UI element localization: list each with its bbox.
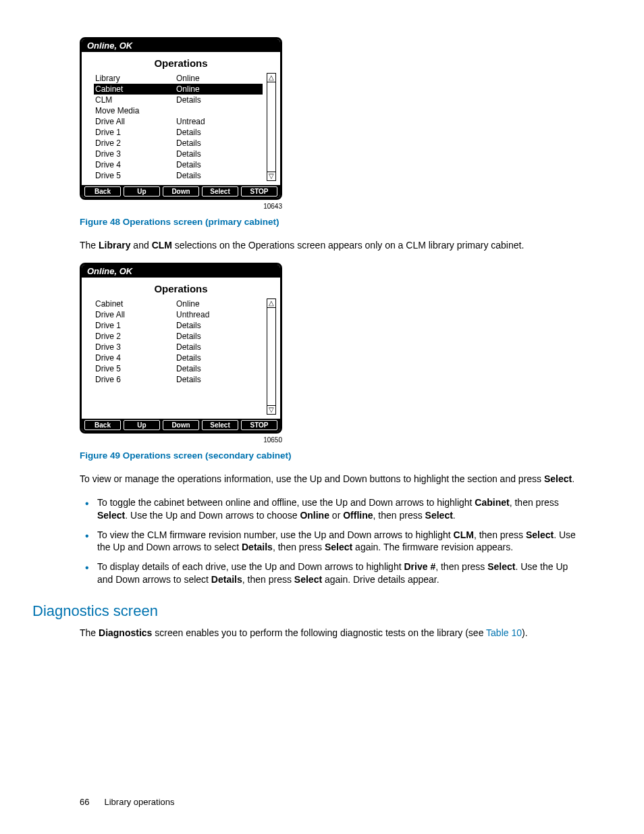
lcd-menu-row: Drive 6Details: [94, 374, 263, 385]
scroll-up-icon: △: [267, 73, 276, 82]
lcd-row-value: Details: [176, 353, 261, 363]
lcd-menu-row: Drive 4Details: [94, 159, 263, 170]
scroll-track: [267, 82, 276, 172]
lcd-row-label: Drive 2: [95, 331, 176, 342]
lcd-menu-row: Drive 2Details: [94, 138, 263, 149]
lcd-row-value: Details: [176, 320, 261, 331]
lcd-row-label: Cabinet: [95, 298, 176, 309]
lcd-menu-row: Drive 3Details: [94, 342, 263, 353]
lcd-row-label: Drive 2: [95, 138, 176, 149]
lcd-up-button: Up: [124, 420, 160, 430]
lcd-stop-button: STOP: [241, 186, 277, 197]
lcd-row-label: Drive 4: [95, 159, 176, 170]
lcd-row-value: Details: [176, 374, 261, 385]
lcd-select-button: Select: [202, 420, 238, 430]
lcd-row-value: Details: [176, 342, 261, 353]
lcd-title: Operations: [82, 278, 280, 298]
image-code: 10643: [80, 203, 282, 210]
lcd-down-button: Down: [163, 186, 199, 197]
text: selections on the Operations screen appe…: [172, 240, 524, 251]
lcd-row-value: Details: [176, 149, 261, 159]
text: .: [572, 473, 574, 484]
lcd-menu-row: Drive 1Details: [94, 320, 263, 331]
lcd-row-label: Drive 1: [95, 320, 176, 331]
lcd-title: Operations: [82, 52, 280, 73]
lcd-menu-row: Drive 5Details: [94, 363, 263, 374]
lcd-menu-row: Drive 5Details: [94, 170, 263, 181]
scroll-track: [267, 308, 276, 405]
page-footer: 66Library operations: [80, 797, 175, 807]
lcd-up-button: Up: [124, 186, 160, 197]
operations-screen-primary: Online, OK Operations LibraryOnlineCabin…: [80, 37, 282, 200]
list-item: To display details of each drive, use th…: [80, 561, 583, 586]
lcd-scrollbar: △ ▽: [267, 73, 276, 181]
lcd-row-value: Details: [176, 159, 261, 170]
bold-library: Library: [99, 240, 130, 251]
text: To view or manage the operations informa…: [80, 473, 544, 484]
lcd-menu-row: Move Media: [94, 105, 263, 116]
page-number: 66: [80, 797, 89, 807]
lcd-row-value: Details: [176, 95, 261, 105]
lcd-menu-row: Drive 1Details: [94, 127, 263, 138]
lcd-menu-row: CabinetOnline: [94, 84, 263, 95]
lcd-menu-row: LibraryOnline: [94, 73, 263, 84]
lcd-row-label: CLM: [95, 95, 176, 105]
lcd-row-value: Online: [176, 84, 261, 95]
text: ).: [522, 627, 528, 638]
lcd-body: LibraryOnlineCabinetOnlineCLMDetailsMove…: [82, 73, 280, 181]
figure-49-caption: Figure 49 Operations screen (secondary c…: [80, 450, 583, 461]
lcd-row-value: Unthread: [176, 309, 261, 320]
lcd-row-label: Library: [95, 73, 176, 84]
bold-select: Select: [544, 473, 572, 484]
lcd-row-value: Details: [176, 138, 261, 149]
lcd-menu-row: CabinetOnline: [94, 298, 263, 309]
bullet-list: To toggle the cabinet between online and…: [80, 496, 583, 586]
lcd-body: CabinetOnlineDrive AllUnthreadDrive 1Det…: [82, 298, 280, 415]
bold-clm: CLM: [152, 240, 172, 251]
paragraph-2: To view or manage the operations informa…: [80, 473, 583, 486]
lcd-row-value: Untread: [176, 116, 261, 127]
lcd-row-value: Details: [176, 331, 261, 342]
lcd-row-value: [176, 105, 261, 116]
lcd-row-label: Drive 3: [95, 342, 176, 353]
lcd-menu-row: Drive 3Details: [94, 149, 263, 159]
bold-diagnostics: Diagnostics: [99, 627, 152, 638]
lcd-row-label: Drive 5: [95, 170, 176, 181]
lcd-stop-button: STOP: [241, 420, 277, 430]
lcd-back-button: Back: [84, 420, 121, 430]
lcd-button-bar: BackUpDownSelectSTOP: [82, 185, 280, 198]
text: screen enables you to perform the follow…: [152, 627, 486, 638]
lcd-status: Online, OK: [82, 265, 280, 278]
operations-screen-secondary: Online, OK Operations CabinetOnlineDrive…: [80, 263, 282, 434]
lcd-back-button: Back: [84, 186, 121, 197]
lcd-menu-row: CLMDetails: [94, 95, 263, 105]
list-item: To view the CLM firmware revision number…: [80, 529, 583, 554]
image-code: 10650: [80, 436, 282, 444]
text: The: [80, 627, 99, 638]
text: The: [80, 240, 99, 251]
figure-48-caption: Figure 48 Operations screen (primary cab…: [80, 217, 583, 227]
lcd-select-button: Select: [202, 186, 238, 197]
lcd-row-value: Details: [176, 170, 261, 181]
lcd-row-label: Drive All: [95, 309, 176, 320]
lcd-row-label: Drive 1: [95, 127, 176, 138]
lcd-row-label: Drive 5: [95, 363, 176, 374]
scroll-up-icon: △: [267, 298, 276, 308]
lcd-row-value: Online: [176, 73, 261, 84]
scroll-down-icon: ▽: [267, 172, 276, 181]
lcd-row-value: Online: [176, 298, 261, 309]
lcd-row-label: Drive All: [95, 116, 176, 127]
lcd-row-value: Details: [176, 127, 261, 138]
scroll-down-icon: ▽: [267, 405, 276, 415]
lcd-scrollbar: △ ▽: [267, 298, 276, 415]
diagnostics-heading: Diagnostics screen: [32, 602, 583, 620]
lcd-menu-row: Drive 2Details: [94, 331, 263, 342]
lcd-row-value: Details: [176, 363, 261, 374]
lcd-down-button: Down: [163, 420, 199, 430]
table-10-link[interactable]: Table 10: [486, 627, 522, 638]
lcd-row-label: Drive 4: [95, 353, 176, 363]
paragraph-1: The Library and CLM selections on the Op…: [80, 239, 583, 252]
footer-section: Library operations: [104, 797, 174, 807]
lcd-button-bar: BackUpDownSelectSTOP: [82, 419, 280, 432]
lcd-row-label: Drive 3: [95, 149, 176, 159]
